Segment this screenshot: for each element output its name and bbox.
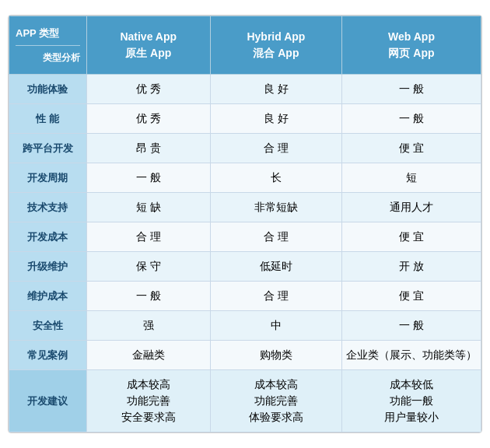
cell-weihuchen-native: 一 般: [86, 282, 210, 311]
row-label-kuaipingtai: 跨平台开发: [9, 134, 87, 163]
cell-text: 通用人才: [345, 199, 478, 215]
table-row: 常见案例金融类购物类企业类（展示、功能类等）: [9, 341, 481, 370]
cell-anquanxing-hybrid: 中: [210, 311, 341, 341]
table-row: 维护成本一 般合 理便 宜: [9, 282, 481, 311]
table-row: 安全性强中一 般: [9, 311, 481, 341]
row-label-changjianali: 常见案例: [9, 341, 87, 370]
row-label-weihuchen: 维护成本: [9, 282, 87, 311]
cell-text: 强: [90, 317, 207, 334]
table-row: 性 能优 秀良 好一 般: [9, 104, 481, 134]
row-label-xingneng: 性 能: [9, 104, 87, 134]
cell-text: 短: [345, 170, 478, 186]
cell-text: 成本较高: [90, 376, 207, 393]
cell-text: 功能完善: [214, 393, 338, 409]
row-label-kaifachengben: 开发成本: [9, 222, 87, 252]
row-label-jishuzhi: 技术支持: [9, 193, 87, 222]
cell-kaifajianyi-native: 成本较高功能完善安全要求高: [86, 370, 210, 432]
cell-text: 良 好: [214, 81, 338, 97]
cell-text: 成本较高: [214, 376, 338, 393]
cell-jishuzhi-web: 通用人才: [341, 193, 481, 222]
cell-weihuchen-web: 便 宜: [341, 282, 481, 311]
cell-changjianali-native: 金融类: [86, 341, 210, 370]
cell-anquanxing-native: 强: [86, 311, 210, 341]
table-row: 开发周期一 般长短: [9, 163, 481, 193]
table-row: 开发成本合 理合 理便 宜: [9, 222, 481, 252]
header-native: Native App 原生 App: [86, 16, 210, 75]
cell-kaifazhouqi-web: 短: [341, 163, 481, 193]
cell-text: 长: [214, 170, 338, 186]
cell-text: 低延时: [214, 258, 338, 275]
cell-text: 中: [214, 317, 338, 334]
cell-xingneng-native: 优 秀: [86, 104, 210, 134]
cell-text: 便 宜: [345, 140, 478, 156]
cell-text: 合 理: [214, 140, 338, 156]
cell-text: 成本较低: [345, 376, 478, 393]
header-type: APP 类型 类型分析: [9, 16, 87, 75]
row-label-anquanxing: 安全性: [9, 311, 87, 341]
row-label-kaifazhouqi: 开发周期: [9, 163, 87, 193]
cell-text: 金融类: [90, 347, 207, 363]
cell-text: 功能一般: [345, 393, 478, 409]
cell-text: 合 理: [214, 229, 338, 245]
cell-text: 一 般: [345, 317, 478, 334]
cell-kaifazhouqi-hybrid: 长: [210, 163, 341, 193]
cell-kaifachengben-hybrid: 合 理: [210, 222, 341, 252]
header-type-line1: APP 类型: [16, 26, 80, 41]
cell-gonneng-native: 优 秀: [86, 75, 210, 104]
cell-kuaipingtai-hybrid: 合 理: [210, 134, 341, 163]
cell-text: 非常短缺: [214, 199, 338, 215]
cell-text: 保 守: [90, 258, 207, 275]
cell-text: 一 般: [345, 81, 478, 97]
table-row: 功能体验优 秀良 好一 般: [9, 75, 481, 104]
cell-text: 用户量较小: [345, 409, 478, 425]
header-web: Web App 网页 App: [341, 16, 481, 75]
row-label-shengjiwehu: 升级维护: [9, 252, 87, 282]
table-row: 跨平台开发昂 贵合 理便 宜: [9, 134, 481, 163]
header-native-line2: 原生 App: [90, 45, 207, 61]
header-web-line1: Web App: [345, 29, 478, 45]
cell-text: 优 秀: [90, 81, 207, 97]
cell-jishuzhi-native: 短 缺: [86, 193, 210, 222]
cell-changjianali-hybrid: 购物类: [210, 341, 341, 370]
header-hybrid-line1: Hybrid App: [214, 29, 338, 45]
cell-xingneng-web: 一 般: [341, 104, 481, 134]
cell-text: 体验要求高: [214, 409, 338, 425]
header-hybrid: Hybrid App 混合 App: [210, 16, 341, 75]
cell-xingneng-hybrid: 良 好: [210, 104, 341, 134]
cell-kuaipingtai-native: 昂 贵: [86, 134, 210, 163]
cell-shengjiwehu-native: 保 守: [86, 252, 210, 282]
cell-text: 昂 贵: [90, 140, 207, 156]
cell-shengjiwehu-web: 开 放: [341, 252, 481, 282]
cell-text: 合 理: [90, 229, 207, 245]
cell-kaifajianyi-hybrid: 成本较高功能完善体验要求高: [210, 370, 341, 432]
cell-text: 购物类: [214, 347, 338, 363]
cell-kaifachengben-native: 合 理: [86, 222, 210, 252]
cell-text: 便 宜: [345, 229, 478, 245]
cell-text: 优 秀: [90, 110, 207, 127]
header-web-line2: 网页 App: [345, 45, 478, 61]
cell-kaifajianyi-web: 成本较低功能一般用户量较小: [341, 370, 481, 432]
comparison-table: APP 类型 类型分析 Native App 原生 App Hybrid App…: [8, 15, 482, 434]
cell-anquanxing-web: 一 般: [341, 311, 481, 341]
cell-gonneng-web: 一 般: [341, 75, 481, 104]
cell-kaifazhouqi-native: 一 般: [86, 163, 210, 193]
cell-text: 良 好: [214, 110, 338, 127]
table-row: 开发建议成本较高功能完善安全要求高成本较高功能完善体验要求高成本较低功能一般用户…: [9, 370, 481, 432]
cell-text: 便 宜: [345, 288, 478, 304]
row-label-kaifajianyi: 开发建议: [9, 370, 87, 432]
cell-weihuchen-hybrid: 合 理: [210, 282, 341, 311]
table-row: 技术支持短 缺非常短缺通用人才: [9, 193, 481, 222]
header-type-line2: 类型分析: [16, 51, 80, 65]
cell-text: 一 般: [345, 110, 478, 127]
row-label-gonneng: 功能体验: [9, 75, 87, 104]
cell-gonneng-hybrid: 良 好: [210, 75, 341, 104]
cell-kuaipingtai-web: 便 宜: [341, 134, 481, 163]
cell-kaifachengben-web: 便 宜: [341, 222, 481, 252]
cell-text: 企业类（展示、功能类等）: [345, 347, 478, 363]
cell-text: 一 般: [90, 170, 207, 186]
cell-text: 安全要求高: [90, 409, 207, 425]
cell-text: 一 般: [90, 288, 207, 304]
cell-text: 短 缺: [90, 199, 207, 215]
cell-text: 功能完善: [90, 393, 207, 409]
header-native-line1: Native App: [90, 29, 207, 45]
